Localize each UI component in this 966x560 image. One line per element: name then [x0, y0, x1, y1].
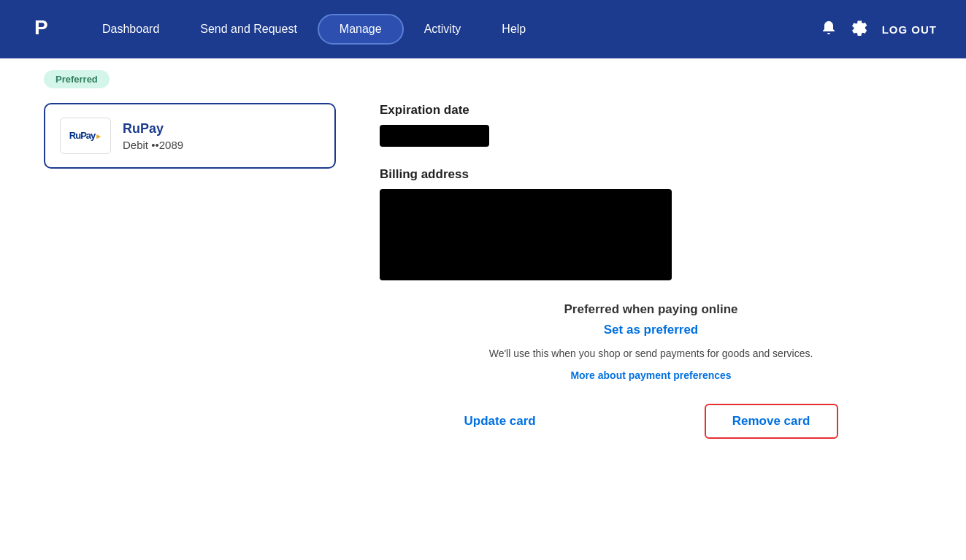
card-number: Debit ••2089 [123, 139, 183, 151]
billing-label: Billing address [380, 167, 922, 182]
right-panel: Expiration date Billing address Preferre… [380, 96, 922, 439]
svg-text:P: P [34, 16, 48, 39]
remove-card-button[interactable]: Remove card [705, 404, 838, 439]
left-panel: RuPay► RuPay Debit ••2089 [44, 96, 336, 169]
card-name: RuPay [123, 121, 183, 137]
expiration-label: Expiration date [380, 103, 922, 118]
navbar: P Dashboard Send and Request Manage Acti… [0, 0, 966, 58]
preferred-description: We'll use this when you shop or send pay… [380, 346, 922, 361]
nav-activity[interactable]: Activity [404, 15, 482, 43]
expiration-redacted [380, 125, 489, 147]
rupay-logo-text: RuPay► [69, 131, 101, 141]
update-card-button[interactable]: Update card [464, 414, 535, 429]
preferred-online-label: Preferred when paying online [380, 302, 922, 317]
notification-bell-icon[interactable] [821, 20, 837, 39]
more-payment-preferences-link[interactable]: More about payment preferences [570, 369, 731, 381]
actions-row: Update card Remove card [380, 404, 922, 439]
billing-section: Billing address [380, 167, 922, 280]
nav-help[interactable]: Help [481, 15, 546, 43]
preferred-badge-area: Preferred [0, 58, 966, 96]
card-item-rupay[interactable]: RuPay► RuPay Debit ••2089 [44, 103, 336, 169]
settings-gear-icon[interactable] [851, 20, 867, 39]
nav-send-request[interactable]: Send and Request [180, 15, 318, 43]
preferred-badge: Preferred [44, 70, 110, 88]
nav-dashboard[interactable]: Dashboard [82, 15, 180, 43]
main-content: RuPay► RuPay Debit ••2089 Expiration dat… [0, 96, 966, 468]
paypal-logo[interactable]: P [29, 12, 60, 46]
billing-redacted [380, 189, 672, 280]
nav-manage[interactable]: Manage [318, 14, 404, 45]
expiration-section: Expiration date [380, 103, 922, 147]
logout-button[interactable]: LOG OUT [882, 23, 937, 36]
rupay-logo-box: RuPay► [60, 118, 111, 154]
nav-right: LOG OUT [821, 20, 937, 39]
nav-links: Dashboard Send and Request Manage Activi… [82, 14, 821, 45]
card-info: RuPay Debit ••2089 [123, 121, 183, 151]
set-preferred-link[interactable]: Set as preferred [380, 323, 922, 337]
preferred-section: Preferred when paying online Set as pref… [380, 302, 922, 382]
